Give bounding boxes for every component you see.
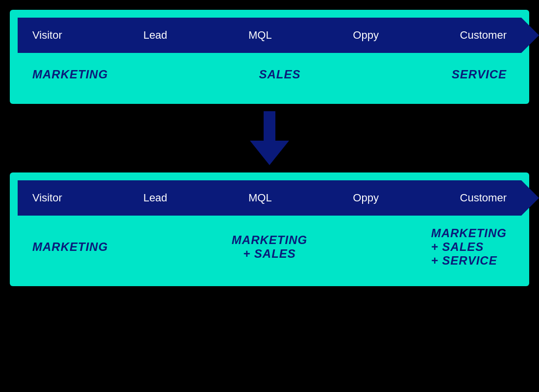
dept-service-1: service [452, 68, 507, 81]
dept-row-1: Marketing Sales service [18, 55, 521, 94]
stage-customer-1: Customer [460, 29, 507, 42]
stage-oppy-1: Oppy [353, 29, 379, 42]
dept-right-line2: + Sales [431, 240, 484, 254]
stage-labels-2: Visitor Lead MQL Oppy Customer [18, 192, 521, 204]
stage-lead-2: Lead [143, 192, 167, 204]
down-arrow-section [10, 104, 529, 172]
dept-right-line1: Marketing [431, 226, 507, 240]
diagram-2: Visitor Lead MQL Oppy Customer Marketing… [10, 172, 529, 286]
down-arrow-icon [250, 111, 289, 165]
dept-center-group: Marketing + Sales [232, 233, 307, 261]
stage-mql-1: MQL [248, 29, 272, 42]
arrow-bar-1: Visitor Lead MQL Oppy Customer [18, 18, 521, 53]
arrow-bar-2: Visitor Lead MQL Oppy Customer [18, 180, 521, 216]
dept-marketing-1: Marketing [32, 68, 108, 81]
dept-right-line3: + service [431, 254, 497, 268]
dept-center-line2: + Sales [243, 247, 296, 261]
stage-oppy-2: Oppy [353, 192, 379, 204]
stage-customer-2: Customer [460, 192, 507, 204]
stage-lead-1: Lead [143, 29, 167, 42]
dept-row-2: Marketing Marketing + Sales Marketing + … [18, 218, 521, 276]
main-container: Visitor Lead MQL Oppy Customer Marketing… [0, 0, 539, 392]
stage-labels-1: Visitor Lead MQL Oppy Customer [18, 29, 521, 42]
diagram-1: Visitor Lead MQL Oppy Customer Marketing… [10, 10, 529, 104]
stage-visitor-2: Visitor [32, 192, 62, 204]
dept-marketing-2: Marketing [32, 240, 108, 254]
stage-visitor-1: Visitor [32, 29, 62, 42]
dept-center-line1: Marketing [232, 233, 307, 247]
stage-mql-2: MQL [248, 192, 272, 204]
svg-marker-1 [250, 141, 289, 165]
dept-sales-1: Sales [259, 68, 300, 81]
dept-right-group: Marketing + Sales + service [431, 226, 507, 268]
svg-rect-0 [264, 111, 275, 143]
